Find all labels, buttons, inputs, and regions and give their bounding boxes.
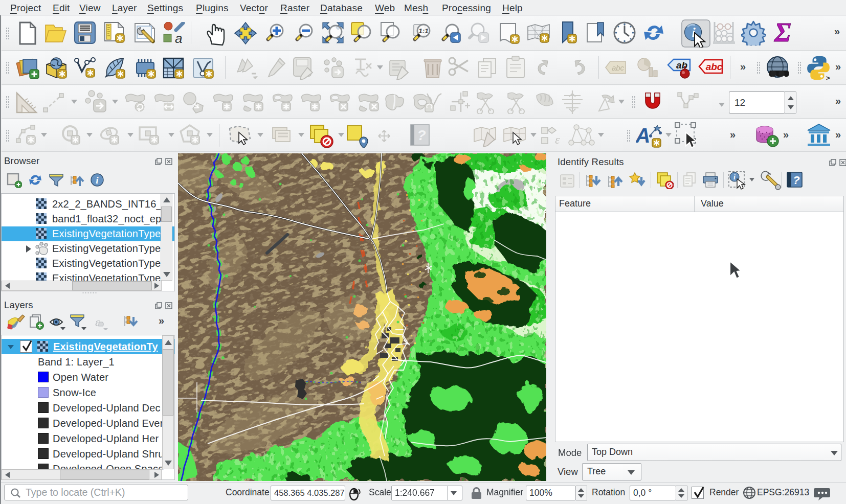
svg-text:abc: abc <box>706 61 723 72</box>
svg-text:>: > <box>826 74 830 81</box>
svg-text:A: A <box>636 124 650 147</box>
svg-text:1:1: 1:1 <box>418 27 429 35</box>
svg-text:i: i <box>96 175 99 186</box>
svg-text:Σ: Σ <box>774 20 791 45</box>
svg-text:i: i <box>733 173 736 181</box>
svg-text:?: ? <box>417 127 426 143</box>
svg-text:a: a <box>175 31 182 44</box>
svg-text:?: ? <box>793 174 799 187</box>
svg-text:ε: ε <box>555 133 560 146</box>
svg-text:abc: abc <box>612 63 625 72</box>
svg-text:ε: ε <box>95 315 100 329</box>
